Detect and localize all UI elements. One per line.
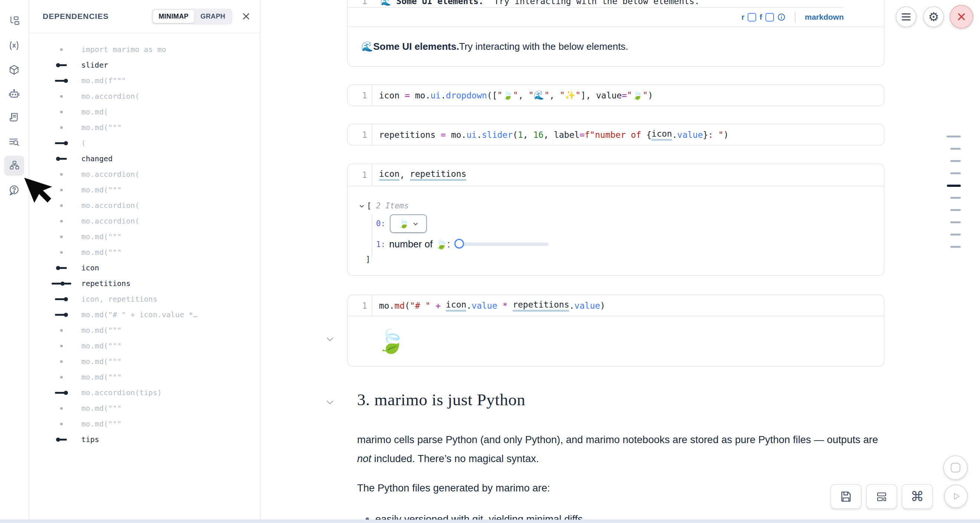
cell-marker-icon — [49, 407, 73, 410]
variables-icon[interactable] — [4, 36, 24, 56]
chevron-down-icon[interactable] — [359, 203, 364, 209]
tree-open-bracket: [ — [367, 201, 372, 210]
minimap-item-label: mo.accordion( — [81, 201, 140, 210]
stop-button[interactable] — [943, 455, 968, 480]
repetitions-slider[interactable] — [456, 242, 549, 246]
save-button[interactable] — [830, 484, 862, 509]
dependency-graph-icon[interactable] — [4, 156, 24, 176]
minimap-item[interactable]: slider — [29, 57, 259, 73]
markdown-cell: 1 🌊 Some UI elements. Try interacting wi… — [347, 0, 885, 67]
minimap-item[interactable]: tips — [29, 432, 259, 447]
slider-thumb[interactable] — [454, 239, 464, 249]
minimap-item[interactable]: mo.md(""" — [29, 244, 259, 260]
tab-graph[interactable]: GRAPH — [195, 10, 231, 23]
cell-marker-icon — [49, 391, 73, 395]
section-heading: 3. marimo is just Python — [357, 390, 525, 409]
layout-icon — [875, 490, 888, 503]
raw-toggle-checkbox[interactable] — [748, 13, 756, 22]
markdown-source[interactable]: 🌊 Some UI elements. Try interacting with… — [372, 0, 700, 6]
code-editor[interactable]: repetitions = mo.ui.slider(1, 16, label=… — [372, 124, 884, 145]
minimap-item-label: mo.accordion( — [81, 92, 140, 100]
close-icon[interactable] — [240, 11, 252, 22]
markdown-editor[interactable]: 1 🌊 Some UI elements. Try interacting wi… — [348, 0, 884, 7]
info-icon[interactable] — [777, 13, 786, 21]
minimap-item[interactable]: ( — [29, 135, 259, 151]
fstring-toggle-checkbox[interactable] — [765, 13, 774, 22]
icon-dropdown[interactable]: 🍃 — [390, 214, 427, 233]
minimap-item[interactable]: changed — [29, 151, 259, 166]
fstring-toggle-label: f — [759, 13, 762, 22]
code-editor[interactable]: mo.md("# " + icon.value * repetitions.va… — [372, 295, 884, 316]
minimap-item-label: slider — [81, 61, 108, 69]
minimap-item[interactable]: mo.md(""" — [29, 229, 259, 244]
minimap-item[interactable]: import marimo as mo — [29, 41, 259, 57]
packages-icon[interactable] — [4, 60, 24, 80]
shutdown-button[interactable] — [950, 5, 973, 29]
paragraph: The Python files generated by marimo are… — [357, 478, 879, 497]
run-button[interactable] — [944, 485, 968, 508]
chevron-down-icon — [413, 221, 418, 226]
command-palette-button[interactable]: ⌘ — [902, 484, 933, 509]
rail-dash[interactable] — [950, 172, 961, 174]
minimap-item[interactable]: mo.accordion(tips) — [29, 385, 259, 400]
rail-dash[interactable] — [950, 148, 961, 150]
cell-marker-icon — [49, 297, 73, 301]
minimap-item[interactable]: mo.md(""" — [29, 338, 259, 354]
minimap-item[interactable]: mo.md(""" — [29, 369, 259, 385]
hamburger-icon — [902, 13, 911, 21]
minimap-item-label: icon — [81, 263, 99, 272]
rail-dash[interactable] — [950, 197, 961, 199]
minimap-item[interactable]: mo.md(""" — [29, 120, 259, 135]
cell-marker-icon — [49, 126, 73, 129]
rail-dash[interactable] — [950, 246, 961, 248]
minimap-item[interactable]: mo.md(""" — [29, 400, 259, 416]
file-tree-icon[interactable] — [4, 11, 24, 31]
minimap-item[interactable]: mo.md(""" — [29, 416, 259, 432]
minimap-item[interactable]: mo.md(""" — [29, 322, 259, 338]
rail-dash[interactable] — [947, 136, 961, 137]
code-cell-icon: 1 icon = mo.ui.dropdown(["🍃", "🌊", "✨"],… — [347, 85, 885, 106]
minimap-item-label: tips — [81, 435, 99, 444]
icon-sidebar — [0, 0, 29, 523]
outline-search-icon[interactable] — [4, 132, 24, 152]
snippets-icon[interactable] — [4, 108, 24, 128]
cell-marker-icon — [49, 111, 73, 113]
rail-dash[interactable] — [950, 222, 961, 223]
cell-marker-icon — [49, 157, 73, 161]
minimap-item[interactable]: mo.md(f""" — [29, 73, 259, 88]
help-icon[interactable] — [4, 180, 24, 200]
minimap-item[interactable]: mo.accordion( — [29, 166, 259, 182]
minimap-item-label: mo.md(""" — [81, 357, 121, 366]
cell-marker-icon — [49, 376, 73, 378]
rail-dash-active[interactable] — [947, 185, 961, 187]
line-number: 1 — [348, 0, 372, 6]
rail-dash[interactable] — [950, 160, 961, 162]
menu-button[interactable] — [896, 6, 916, 27]
chevron-down-icon[interactable] — [325, 334, 335, 344]
ai-assistant-icon[interactable] — [4, 84, 24, 104]
code-editor[interactable]: icon, repetitions — [372, 164, 884, 186]
minimap-item[interactable]: mo.accordion( — [29, 88, 259, 104]
settings-button[interactable]: ⚙ — [923, 6, 944, 27]
minimap-item-label: changed — [81, 154, 113, 163]
minimap-item-label: mo.md(""" — [81, 404, 121, 413]
minimap-item[interactable]: repetitions — [29, 276, 259, 291]
minimap-item[interactable]: mo.md(""" — [29, 354, 259, 369]
language-badge[interactable]: markdown — [805, 13, 844, 22]
rail-dash[interactable] — [950, 234, 961, 236]
minimap-item-label: icon, repetitions — [81, 295, 158, 303]
minimap-item[interactable]: icon, repetitions — [29, 291, 259, 307]
minimap-item[interactable]: icon — [29, 260, 259, 276]
minimap-item[interactable]: mo.accordion( — [29, 213, 259, 229]
tree-index: 0: — [376, 219, 385, 228]
tab-minimap[interactable]: MINIMAP — [153, 10, 194, 23]
minimap-item[interactable]: mo.md( — [29, 104, 259, 120]
minimap-item[interactable]: mo.md("# " + icon.value *… — [29, 307, 259, 322]
stop-icon — [950, 462, 961, 473]
chevron-down-icon[interactable] — [325, 397, 335, 407]
code-cell-md-heading: 1 mo.md("# " + icon.value * repetitions.… — [347, 295, 885, 367]
layout-button[interactable] — [866, 484, 897, 509]
rail-dash[interactable] — [950, 209, 961, 211]
code-editor[interactable]: icon = mo.ui.dropdown(["🍃", "🌊", "✨"], v… — [372, 85, 884, 105]
play-icon — [950, 491, 961, 502]
